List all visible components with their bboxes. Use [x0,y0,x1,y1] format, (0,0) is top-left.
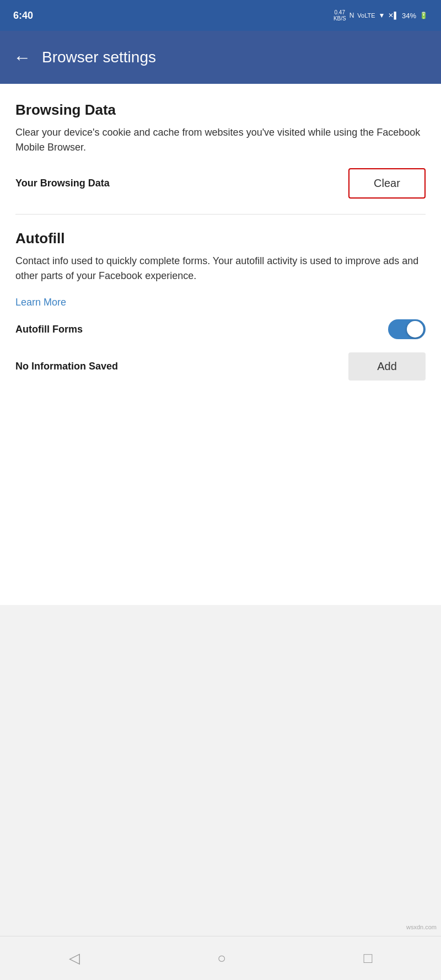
nav-bar: ← Browser settings [0,31,441,84]
back-button[interactable]: ← [13,49,31,66]
autofill-title: Autofill [15,230,426,247]
recents-nav-button[interactable]: □ [364,950,373,967]
bottom-nav: ◁ ○ □ [0,936,441,980]
browsing-data-description: Clear your device's cookie and cache fro… [15,125,426,155]
signal-icon: ✕▌ [388,12,399,19]
no-info-label: No Information Saved [15,361,118,372]
add-info-row: No Information Saved Add [15,352,426,381]
nfc-icon: N [349,12,354,19]
browsing-data-label: Your Browsing Data [15,178,110,189]
battery-icon: 🔋 [420,12,428,19]
back-nav-button[interactable]: ◁ [69,950,80,967]
battery-indicator: 34% [402,12,416,20]
autofill-toggle[interactable] [388,319,426,339]
autofill-toggle-row: Autofill Forms [15,319,426,339]
status-bar: 6:40 0.47 KB/S N VoLTE ▼ ✕▌ 34% 🔋 [0,0,441,31]
add-button[interactable]: Add [348,352,426,381]
browsing-data-title: Browsing Data [15,101,426,119]
wifi-icon: ▼ [379,12,385,19]
status-icons: 0.47 KB/S N VoLTE ▼ ✕▌ 34% 🔋 [334,9,428,22]
autofill-toggle-label: Autofill Forms [15,324,83,335]
browsing-data-section: Browsing Data Clear your device's cookie… [15,101,426,199]
page-title: Browser settings [42,49,156,66]
bottom-area [0,605,441,936]
status-speed: 0.47 KB/S [334,9,346,22]
watermark: wsxdn.com [406,924,437,930]
main-content: Browsing Data Clear your device's cookie… [0,84,441,605]
home-nav-button[interactable]: ○ [217,950,226,967]
section-divider [15,214,426,215]
clear-button[interactable]: Clear [348,168,426,199]
browsing-data-row: Your Browsing Data Clear [15,168,426,199]
volte-icon: VoLTE [357,12,375,19]
learn-more-link[interactable]: Learn More [15,297,426,308]
autofill-description: Contact info used to quickly complete fo… [15,254,426,283]
autofill-section: Autofill Contact info used to quickly co… [15,230,426,403]
toggle-knob [407,321,423,338]
status-time: 6:40 [13,10,33,22]
